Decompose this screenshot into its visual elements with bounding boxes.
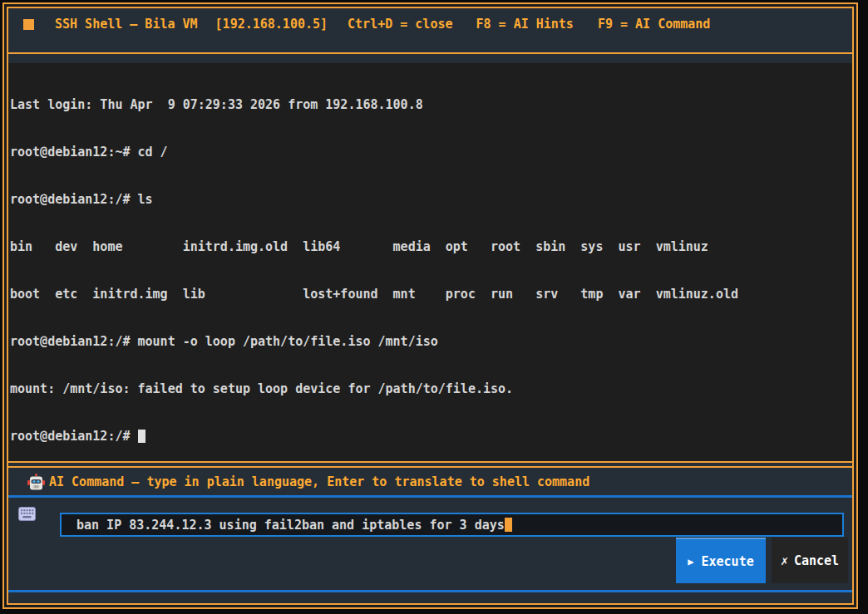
- cancel-button-label: Cancel: [794, 553, 839, 568]
- ai-command-header-label: AI Command — type in plain language, Ent…: [49, 474, 589, 489]
- execute-button[interactable]: ▶Execute: [676, 538, 766, 583]
- terminal-prompt: root@debian12:/#: [10, 429, 138, 444]
- ai-command-input[interactable]: ban IP 83.244.12.3 using fail2ban and ip…: [60, 513, 844, 537]
- ai-command-input-value: ban IP 83.244.12.3 using fail2ban and ip…: [76, 518, 505, 533]
- terminal-line: bin dev home initrd.img.old lib64 media …: [10, 239, 852, 255]
- hint-close: Ctrl+D = close: [348, 17, 452, 32]
- terminal-line: mount: /mnt/iso: failed to setup loop de…: [10, 381, 852, 397]
- terminal-output[interactable]: Last login: Thu Apr 9 07:29:33 2026 from…: [8, 63, 852, 461]
- ssh-shell-window: SSH Shell — Bila VM [192.168.100.5] Ctrl…: [2, 2, 858, 609]
- hint-ai-hints: F8 = AI Hints: [476, 17, 574, 32]
- terminal-line: Last login: Thu Apr 9 07:29:33 2026 from…: [10, 97, 852, 113]
- terminal-line: boot etc initrd.img lib lost+found mnt p…: [10, 287, 852, 302]
- terminal-cursor: [138, 430, 145, 443]
- ai-section-separator: [8, 461, 852, 468]
- robot-icon: [27, 474, 45, 490]
- terminal-line: root@debian12:~# cd /: [10, 145, 852, 160]
- execute-button-label: Execute: [702, 554, 754, 569]
- window-marker-square: [23, 19, 34, 30]
- titlebar-divider: [8, 52, 852, 54]
- terminal-line: root@debian12:/# mount -o loop /path/to/…: [10, 334, 852, 350]
- play-icon: ▶: [688, 556, 693, 567]
- ai-input-section: ban IP 83.244.12.3 using fail2ban and ip…: [8, 498, 852, 603]
- input-cursor: [505, 518, 512, 532]
- terminal-prompt-line: root@debian12:/#: [10, 429, 852, 445]
- host-address: [192.168.100.5]: [215, 17, 328, 32]
- x-icon: ✗: [781, 553, 788, 568]
- keyboard-icon: [18, 507, 36, 521]
- titlebar: SSH Shell — Bila VM [192.168.100.5] Ctrl…: [8, 8, 852, 52]
- bottom-divider: [8, 590, 852, 592]
- hint-ai-command: F9 = AI Command: [598, 17, 710, 32]
- ai-command-header: AI Command — type in plain language, Ent…: [8, 468, 852, 495]
- cancel-button[interactable]: ✗Cancel: [772, 538, 848, 583]
- window-inner-frame: SSH Shell — Bila VM [192.168.100.5] Ctrl…: [7, 7, 854, 605]
- window-title: SSH Shell — Bila VM: [55, 17, 198, 32]
- terminal-line: root@debian12:/# ls: [10, 192, 852, 208]
